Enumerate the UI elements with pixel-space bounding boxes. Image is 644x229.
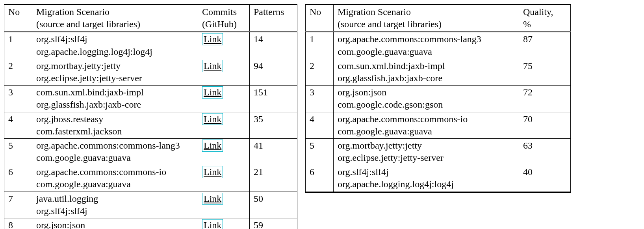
cell-patterns: 50 (250, 192, 297, 218)
scenario-source: org.apache.commons:commons-lang3 (36, 140, 180, 151)
cell-scenario: org.slf4j:slf4jorg.apache.logging.log4j:… (334, 165, 519, 192)
cell-commits: Link (198, 112, 250, 138)
cell-no: 4 (306, 112, 334, 138)
cell-scenario: org.json:jsoncom.google.code.gson:gson (334, 86, 519, 112)
commit-link[interactable]: Link (202, 113, 223, 125)
cell-quality: 75 (519, 59, 571, 85)
col-no: No (4, 5, 32, 32)
cell-quality: 72 (519, 86, 571, 112)
cell-patterns: 14 (250, 32, 297, 59)
col-scenario-l1: Migration Scenario (338, 7, 411, 17)
cell-patterns: 21 (250, 165, 297, 192)
col-scenario-l1: Migration Scenario (36, 7, 109, 17)
table-row: 3org.json:jsoncom.google.code.gson:gson7… (306, 86, 571, 112)
table-row: 1org.apache.commons:commons-lang3com.goo… (306, 32, 571, 59)
cell-commits: Link (198, 165, 250, 192)
cell-commits: Link (198, 192, 250, 218)
cell-no: 8 (4, 218, 32, 229)
cell-scenario: org.jboss.resteasycom.fasterxml.jackson (32, 112, 198, 138)
table-row: 1org.slf4j:slf4jorg.apache.logging.log4j… (4, 32, 297, 59)
scenario-target: com.google.guava:guava (36, 179, 131, 189)
col-scenario: Migration Scenario (source and target li… (32, 5, 198, 32)
scenario-target: org.slf4j:slf4j (36, 206, 87, 216)
scenario-target: com.google.code.gson:gson (338, 99, 443, 110)
col-patterns: Patterns (250, 5, 297, 32)
col-commits-l2: (GitHub) (202, 19, 237, 29)
commit-link[interactable]: Link (202, 33, 223, 45)
commits-patterns-table: No Migration Scenario (source and target… (4, 4, 297, 229)
quality-table: No Migration Scenario (source and target… (305, 4, 571, 193)
cell-commits: Link (198, 32, 250, 59)
table-row: 2com.sun.xml.bind:jaxb-implorg.glassfish… (306, 59, 571, 85)
cell-no: 1 (306, 32, 334, 59)
col-quality-l1: Quality, (523, 7, 553, 17)
cell-scenario: org.apache.commons:commons-lang3com.goog… (32, 138, 198, 165)
cell-patterns: 41 (250, 138, 297, 165)
cell-scenario: com.sun.xml.bind:jaxb-implorg.glassfish.… (32, 86, 198, 112)
scenario-source: org.slf4j:slf4j (338, 167, 389, 177)
scenario-source: com.sun.xml.bind:jaxb-impl (36, 87, 144, 97)
scenario-target: com.google.guava:guava (338, 126, 432, 136)
col-commits: Commits (GitHub) (198, 5, 250, 32)
cell-scenario: org.apache.commons:commons-iocom.google.… (32, 165, 198, 192)
table-row: 4org.apache.commons:commons-iocom.google… (306, 112, 571, 138)
table-row: 5org.apache.commons:commons-lang3com.goo… (4, 138, 297, 165)
scenario-target: com.google.guava:guava (338, 47, 432, 57)
scenario-source: org.apache.commons:commons-io (36, 167, 166, 177)
cell-patterns: 35 (250, 112, 297, 138)
commit-link[interactable]: Link (202, 219, 223, 229)
commit-link[interactable]: Link (202, 193, 223, 205)
col-scenario: Migration Scenario (source and target li… (334, 5, 519, 32)
scenario-source: org.json:json (36, 220, 85, 229)
cell-no: 2 (306, 59, 334, 85)
cell-no: 2 (4, 59, 32, 85)
commit-link[interactable]: Link (202, 140, 223, 152)
cell-scenario: org.apache.commons:commons-iocom.google.… (334, 112, 519, 138)
col-quality: Quality, % (519, 5, 571, 32)
commit-link[interactable]: Link (202, 86, 223, 99)
cell-no: 1 (4, 32, 32, 59)
scenario-target: com.fasterxml.jackson (36, 126, 122, 136)
cell-no: 6 (306, 165, 334, 192)
cell-no: 5 (4, 138, 32, 165)
table-row: 6org.slf4j:slf4jorg.apache.logging.log4j… (306, 165, 571, 192)
cell-no: 3 (306, 86, 334, 112)
cell-scenario: org.slf4j:slf4jorg.apache.logging.log4j:… (32, 32, 198, 59)
cell-scenario: org.apache.commons:commons-lang3com.goog… (334, 32, 519, 59)
scenario-source: org.slf4j:slf4j (36, 34, 87, 44)
cell-no: 6 (4, 165, 32, 192)
table-row: 6org.apache.commons:commons-iocom.google… (4, 165, 297, 192)
scenario-source: org.mortbay.jetty:jetty (338, 140, 422, 151)
col-no: No (306, 5, 334, 32)
table-row: 7java.util.loggingorg.slf4j:slf4jLink50 (4, 192, 297, 218)
cell-commits: Link (198, 59, 250, 85)
table-row: 5org.mortbay.jetty:jettyorg.eclipse.jett… (306, 138, 571, 165)
cell-scenario: java.util.loggingorg.slf4j:slf4j (32, 192, 198, 218)
table-row: 3com.sun.xml.bind:jaxb-implorg.glassfish… (4, 86, 297, 112)
cell-quality: 70 (519, 112, 571, 138)
commit-link[interactable]: Link (202, 166, 223, 178)
scenario-target: org.glassfish.jaxb:jaxb-core (338, 73, 442, 83)
cell-commits: Link (198, 86, 250, 112)
table-row: 4org.jboss.resteasycom.fasterxml.jackson… (4, 112, 297, 138)
cell-scenario: org.json:jsoncom.google.code.gson:gson (32, 218, 198, 229)
scenario-source: org.mortbay.jetty:jetty (36, 61, 121, 71)
scenario-source: org.apache.commons:commons-lang3 (338, 34, 481, 44)
scenario-source: org.json:json (338, 87, 386, 97)
commit-link[interactable]: Link (202, 60, 223, 72)
scenario-source: org.jboss.resteasy (36, 114, 103, 124)
cell-patterns: 59 (250, 218, 297, 229)
cell-scenario: com.sun.xml.bind:jaxb-implorg.glassfish.… (334, 59, 519, 85)
scenario-target: org.eclipse.jetty:jetty-server (338, 153, 444, 163)
cell-scenario: org.mortbay.jetty:jettyorg.eclipse.jetty… (334, 138, 519, 165)
cell-commits: Link (198, 138, 250, 165)
cell-no: 3 (4, 86, 32, 112)
cell-no: 4 (4, 112, 32, 138)
table-row: 2org.mortbay.jetty:jettyorg.eclipse.jett… (4, 59, 297, 85)
cell-quality: 63 (519, 138, 571, 165)
scenario-source: com.sun.xml.bind:jaxb-impl (338, 61, 445, 71)
col-quality-l2: % (523, 19, 531, 29)
cell-patterns: 151 (250, 86, 297, 112)
scenario-target: org.eclipse.jetty:jetty-server (36, 73, 142, 83)
cell-quality: 87 (519, 32, 571, 59)
